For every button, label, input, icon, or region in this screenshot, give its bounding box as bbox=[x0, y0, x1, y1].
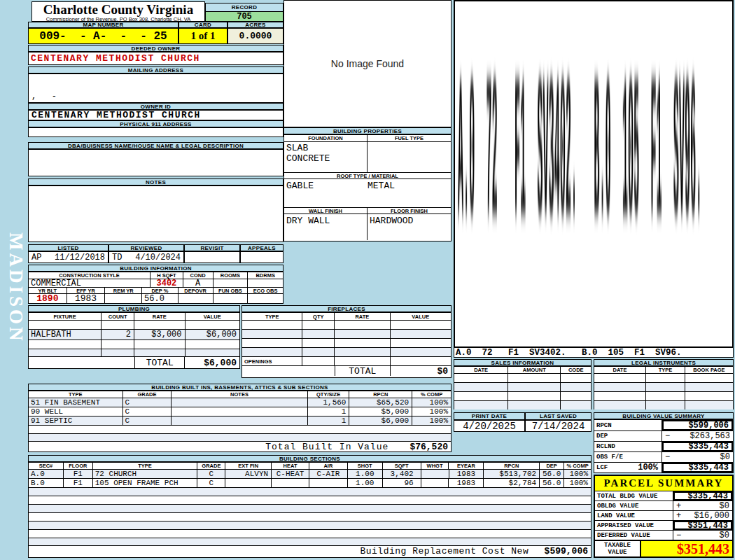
construction-style-value[interactable]: COMMERCIAL bbox=[29, 279, 150, 287]
map-number-value[interactable]: 009- - A- - - 25 bbox=[28, 28, 178, 44]
col-header: DEP bbox=[540, 463, 564, 469]
fun-obs-value[interactable] bbox=[214, 294, 248, 303]
air-cell: C-AIR bbox=[309, 470, 348, 478]
notes-value[interactable] bbox=[28, 186, 284, 242]
notes-cell bbox=[172, 407, 307, 416]
col-header: QTY/SIZE bbox=[308, 391, 350, 398]
sections-header-row: SEC# FLOOR TYPE GRADE EXT FIN HEAT AIR S… bbox=[29, 463, 591, 469]
table-row: 51 FIN BASEMENT C 1,560 $65,520 100% bbox=[29, 398, 451, 407]
mailing-address-label: MAILING ADDRESS bbox=[28, 66, 284, 74]
col-header: % COMP bbox=[412, 391, 451, 398]
table-row: B.0 F1 105 OPEN FRAME PCH C 1.00 96 1983… bbox=[29, 478, 591, 487]
eco-obs-value[interactable] bbox=[248, 294, 283, 303]
deeded-owner-label: DEEDED OWNER bbox=[28, 45, 284, 52]
owner-id-value[interactable]: CENTENARY METHODIST CHURCH bbox=[28, 110, 284, 120]
parcel-summary: PARCEL SUMMARY TOTAL BLDG VALUE $335,443… bbox=[594, 475, 734, 558]
col-header: SHGT bbox=[348, 463, 383, 469]
parcel-label: APPRAISED VALUE bbox=[595, 521, 673, 530]
col-header: DEPOVR bbox=[178, 288, 214, 293]
col-header: TYPE bbox=[646, 367, 685, 373]
listed-value[interactable]: AP 11/12/2018 bbox=[28, 251, 108, 263]
col-header: FOUNDATION bbox=[284, 135, 368, 141]
wall-finish-value[interactable]: DRY WALL bbox=[284, 214, 368, 240]
table-row: 91 SEPTIC C 1 $6,000 100% bbox=[29, 416, 451, 425]
col-header: BDRMS bbox=[248, 272, 283, 279]
grade-cell: C bbox=[197, 470, 225, 478]
watermark-madison: MADISON bbox=[5, 232, 27, 344]
heat-cell bbox=[272, 479, 309, 487]
parcel-value: $0 bbox=[720, 501, 729, 510]
physical-911-value[interactable] bbox=[28, 127, 284, 137]
sqft-cell: 3,402 bbox=[383, 470, 421, 478]
col-header: ROOF TYPE / MATERIAL bbox=[284, 173, 451, 178]
foundation-value-1[interactable]: SLAB bbox=[286, 143, 308, 153]
table-row bbox=[29, 496, 591, 504]
foundation-value-2[interactable]: CONCRETE bbox=[286, 153, 330, 164]
col-header: ROOMS bbox=[214, 272, 248, 279]
mailing-address-value: , - bbox=[31, 92, 57, 102]
revisit-value[interactable] bbox=[184, 251, 240, 263]
col-header: GRADE bbox=[123, 391, 172, 398]
appeals-value[interactable] bbox=[240, 251, 284, 263]
depovr-value[interactable] bbox=[178, 294, 214, 303]
heat-cell: C-HEAT bbox=[272, 470, 309, 478]
yr-blt-value[interactable]: 1890 bbox=[29, 294, 67, 303]
vs-label: RPCN bbox=[596, 422, 612, 429]
total-label: TOTAL bbox=[335, 366, 390, 376]
legal-table: DATE TYPE BOOK PAGE bbox=[594, 366, 734, 410]
plumbing-total-row: TOTAL $6,000 bbox=[29, 356, 239, 368]
vs-sign: − bbox=[665, 452, 670, 462]
plumbing-total-value: $6,000 bbox=[185, 357, 239, 368]
roof-values-row: GABLE METAL bbox=[284, 178, 451, 207]
table-row bbox=[454, 391, 591, 400]
notes-label: NOTES bbox=[28, 178, 284, 186]
rooms-value[interactable] bbox=[214, 279, 248, 287]
dep-pct-value[interactable]: 56.0 bbox=[142, 294, 178, 303]
deeded-owner-value[interactable]: CENTENARY METHODIST CHURCH bbox=[28, 52, 284, 65]
comp-cell: 100% bbox=[564, 479, 591, 487]
table-row bbox=[454, 400, 591, 410]
property-record-card: MADISON Charlotte County Virginia Commis… bbox=[0, 0, 735, 560]
dba-value[interactable] bbox=[28, 149, 284, 176]
map-number-label: MAP NUMBER bbox=[28, 22, 178, 28]
reviewed-code: TD bbox=[112, 253, 122, 262]
value-summary-title: BUILDING VALUE SUMMARY bbox=[594, 412, 734, 419]
parcel-value: $0 bbox=[720, 531, 729, 540]
rcn-label: Building Replacement Cost New bbox=[29, 546, 531, 556]
sales-title: SALES INFORMATION bbox=[454, 359, 592, 366]
bdrms-value[interactable] bbox=[248, 279, 283, 287]
photo-placeholder: No Image Found bbox=[284, 0, 451, 127]
sketch-label-line: A.0 72 F1 SV3402. B.0 105 F1 SV96. bbox=[454, 348, 734, 358]
rpcn-cell: $2,784 bbox=[484, 479, 540, 487]
cond-value[interactable]: A bbox=[183, 279, 214, 287]
hsqft-value[interactable]: 3402 bbox=[150, 279, 183, 287]
builtins-title: BUILDING BUILT INS, BASEMENTS, ATTICS & … bbox=[28, 384, 451, 391]
acres-value[interactable]: 0.0000 bbox=[227, 28, 284, 44]
qty-cell: 1 bbox=[308, 416, 350, 425]
roof-material-value[interactable]: METAL bbox=[368, 181, 395, 191]
properties-header-row1: FOUNDATION FUEL TYPE bbox=[284, 135, 451, 141]
col-header: COUNT bbox=[102, 313, 134, 320]
table-row bbox=[242, 347, 451, 356]
taxable-label-1: TAXABLE bbox=[604, 542, 631, 549]
reviewed-value[interactable]: TD 4/10/2024 bbox=[108, 251, 184, 263]
vs-label: RCLND bbox=[596, 443, 615, 450]
vs-value: $335,443 bbox=[688, 463, 729, 472]
table-row bbox=[454, 382, 591, 391]
roof-type-value[interactable]: GABLE bbox=[286, 181, 368, 191]
eff-yr-value[interactable]: 1983 bbox=[67, 294, 106, 303]
fuel-type-value[interactable] bbox=[368, 142, 451, 172]
floor-finish-value[interactable]: HARDWOOD bbox=[368, 214, 451, 240]
record-value[interactable]: 705 bbox=[206, 12, 283, 21]
rpcn-cell: $513,702 bbox=[484, 470, 540, 478]
taxable-value: $351,443 bbox=[641, 541, 732, 556]
col-header: NOTES bbox=[172, 391, 307, 398]
parcel-row: APPRAISED VALUE $351,443 bbox=[595, 520, 732, 530]
mailing-address-box[interactable]: , - bbox=[28, 74, 284, 103]
parcel-value: $335,443 bbox=[687, 491, 728, 500]
rem-yr-value[interactable] bbox=[105, 294, 142, 303]
table-row bbox=[29, 521, 591, 529]
card-value[interactable]: 1 of 1 bbox=[178, 28, 227, 44]
vs-label: OBS F/E bbox=[596, 454, 623, 461]
taxable-label-2: VALUE bbox=[608, 549, 626, 556]
